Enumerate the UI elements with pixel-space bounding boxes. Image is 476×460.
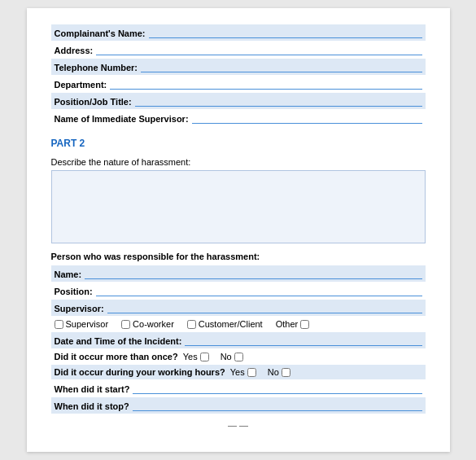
pagination: — — (51, 420, 426, 430)
responsible-person-heading: Person who was responsible for the haras… (51, 252, 426, 261)
describe-label: Describe the nature of harassment: (51, 157, 426, 167)
date-time-row: Date and Time of the Incident: (51, 332, 426, 348)
position-row: Position/Job Title: (51, 93, 426, 109)
complainants-name-row: Complainant's Name: (51, 24, 426, 41)
occur-no-label: No (221, 352, 232, 361)
supervisor-name-label: Name of Immediate Supervisor: (55, 114, 189, 124)
working-no-checkbox[interactable] (282, 368, 290, 377)
working-yes-item[interactable]: Yes (230, 367, 258, 377)
working-yes-label: Yes (230, 367, 245, 377)
other-checkbox[interactable] (300, 320, 309, 329)
position-label: Position/Job Title: (55, 97, 132, 107)
occur-no-checkbox[interactable] (234, 353, 243, 361)
working-hours-label: Did it occur during your working hours? (55, 367, 225, 377)
address-line[interactable] (96, 44, 421, 55)
responsible-name-label: Name: (55, 269, 82, 279)
customer-checkbox-label: Customer/Client (199, 319, 263, 329)
other-checkbox-item[interactable]: Other (276, 319, 310, 329)
customer-checkbox[interactable] (187, 320, 196, 329)
supervisor-checkbox-item[interactable]: Supervisor (55, 319, 109, 329)
complainants-name-line[interactable] (149, 27, 422, 38)
occur-once-row: Did it occur more than once? Yes No (51, 349, 426, 364)
when-stop-row: When did it stop? (51, 397, 426, 414)
occur-yes-item[interactable]: Yes (183, 352, 211, 361)
coworker-checkbox-item[interactable]: Co-worker (121, 319, 174, 329)
date-time-label: Date and Time of the Incident: (55, 336, 182, 346)
working-no-item[interactable]: No (268, 367, 292, 377)
occur-yes-label: Yes (183, 352, 198, 361)
occur-no-item[interactable]: No (221, 352, 245, 361)
customer-checkbox-item[interactable]: Customer/Client (187, 319, 263, 329)
date-time-line[interactable] (185, 335, 421, 346)
role-checkboxes-row: Supervisor Co-worker Customer/Client Oth… (51, 317, 426, 331)
coworker-checkbox[interactable] (121, 320, 130, 329)
working-hours-row: Did it occur during your working hours? … (51, 365, 426, 379)
when-start-row: When did it start? (51, 380, 426, 396)
position-line[interactable] (135, 95, 422, 107)
pagination-text: — — (228, 420, 248, 430)
form-page: Complainant's Name: Address: Telephone N… (27, 8, 450, 452)
complainants-name-label: Complainant's Name: (55, 28, 146, 38)
supervisor-checkbox-label: Supervisor (66, 319, 109, 329)
working-no-label: No (268, 367, 279, 377)
responsible-name-row: Name: (51, 265, 426, 282)
department-label: Department: (55, 80, 107, 90)
department-row: Department: (51, 76, 426, 92)
working-yes-checkbox[interactable] (247, 368, 256, 377)
responsible-position-label: Position: (55, 287, 93, 296)
occur-once-label: Did it occur more than once? (55, 352, 178, 361)
coworker-checkbox-label: Co-worker (133, 319, 174, 329)
telephone-line[interactable] (141, 61, 422, 72)
responsible-supervisor-label: Supervisor: (55, 304, 104, 313)
telephone-label: Telephone Number: (55, 63, 138, 72)
telephone-row: Telephone Number: (51, 59, 426, 75)
when-start-line[interactable] (133, 383, 421, 394)
when-stop-label: When did it stop? (55, 401, 129, 411)
harassment-description-box[interactable] (51, 170, 426, 243)
responsible-supervisor-line[interactable] (107, 302, 422, 313)
responsible-name-line[interactable] (85, 268, 421, 279)
responsible-position-line[interactable] (96, 285, 422, 296)
supervisor-name-line[interactable] (192, 112, 422, 124)
supervisor-name-row: Name of Immediate Supervisor: (51, 110, 426, 126)
when-stop-line[interactable] (133, 400, 422, 411)
address-label: Address: (55, 46, 94, 55)
other-checkbox-label: Other (276, 319, 299, 329)
responsible-supervisor-row: Supervisor: (51, 300, 426, 316)
department-line[interactable] (110, 78, 421, 90)
occur-yes-checkbox[interactable] (200, 353, 209, 361)
supervisor-checkbox[interactable] (55, 320, 63, 329)
when-start-label: When did it start? (55, 384, 130, 394)
part2-heading: PART 2 (51, 138, 426, 149)
address-row: Address: (51, 42, 426, 58)
responsible-position-row: Position: (51, 283, 426, 299)
